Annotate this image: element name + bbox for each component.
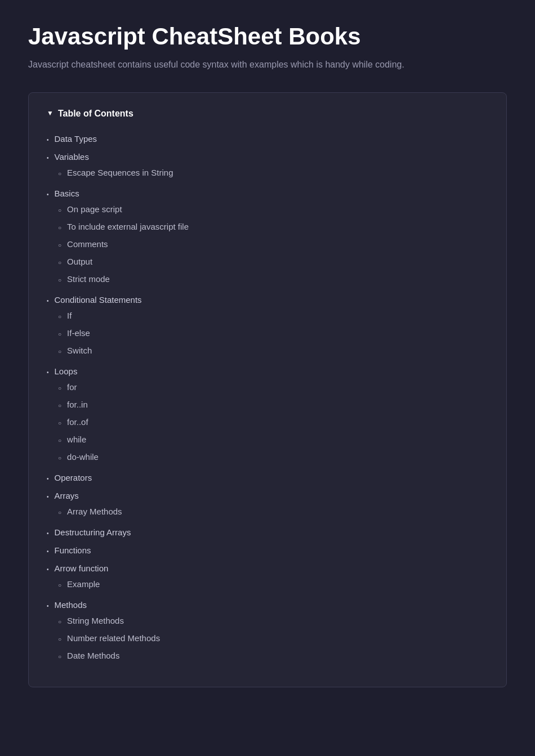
- toc-sub-item-label: If-else: [67, 326, 90, 340]
- bullet-open-icon: ○: [58, 330, 61, 339]
- page-description: Javascript cheatsheet contains useful co…: [28, 57, 422, 72]
- bullet-filled-icon: •: [47, 136, 49, 145]
- toc-main-item[interactable]: •Functions: [47, 543, 488, 558]
- toc-sub-item[interactable]: ○for: [47, 379, 488, 395]
- toc-item-label: Operators: [55, 471, 92, 485]
- toc-sub-item-label: Output: [67, 255, 92, 269]
- bullet-open-icon: ○: [58, 419, 61, 428]
- toc-sub-item-label: Switch: [67, 344, 92, 357]
- toc-main-item[interactable]: •Arrow function○Example: [47, 561, 488, 595]
- bullet-open-icon: ○: [58, 258, 61, 267]
- toc-sub-item[interactable]: ○do-while: [47, 449, 488, 465]
- table-of-contents: ▼ Table of Contents •Data Types•Variable…: [28, 92, 507, 687]
- toc-sub-item-label: Array Methods: [67, 505, 122, 518]
- toc-sub-item-label: Strict mode: [67, 272, 110, 286]
- toc-main-item[interactable]: •Destructuring Arrays: [47, 525, 488, 540]
- toc-item-label: Destructuring Arrays: [55, 526, 131, 539]
- toc-sub-item[interactable]: ○Array Methods: [47, 504, 488, 520]
- toc-list: •Data Types•Variables○Escape Sequences i…: [47, 131, 488, 666]
- toc-main-item[interactable]: •Arrays○Array Methods: [47, 488, 488, 522]
- bullet-filled-icon: •: [47, 154, 49, 163]
- bullet-open-icon: ○: [58, 581, 61, 590]
- toc-item-label: Functions: [55, 544, 91, 557]
- toc-item-label: Variables: [55, 150, 89, 164]
- bullet-open-icon: ○: [58, 223, 61, 232]
- toc-sub-list: ○On page script○To include external java…: [47, 202, 488, 289]
- toc-item-label: Basics: [55, 187, 79, 200]
- bullet-open-icon: ○: [58, 401, 61, 410]
- toc-sub-item[interactable]: ○Strict mode: [47, 271, 488, 287]
- toc-item-label: Methods: [55, 598, 87, 612]
- toc-sub-item-label: On page script: [67, 203, 122, 216]
- toc-sub-item[interactable]: ○If: [47, 308, 488, 324]
- toc-toggle-icon: ▼: [47, 108, 54, 119]
- toc-sub-item-label: To include external javascript file: [67, 220, 189, 234]
- toc-main-item[interactable]: •Variables○Escape Sequences in String: [47, 149, 488, 184]
- bullet-filled-icon: •: [47, 368, 49, 377]
- toc-main-item[interactable]: •Methods○String Methods○Number related M…: [47, 597, 488, 666]
- toc-sub-list: ○Escape Sequences in String: [47, 165, 488, 182]
- bullet-open-icon: ○: [58, 241, 61, 250]
- toc-sub-item[interactable]: ○On page script: [47, 202, 488, 217]
- toc-item-label: Conditional Statements: [55, 293, 142, 307]
- toc-sub-item[interactable]: ○for..of: [47, 414, 488, 430]
- toc-sub-item[interactable]: ○Comments: [47, 236, 488, 252]
- toc-item-label: Data Types: [55, 132, 97, 146]
- toc-sub-list: ○Example: [47, 576, 488, 594]
- toc-sub-item-label: Example: [67, 578, 100, 591]
- bullet-open-icon: ○: [58, 169, 61, 178]
- toc-main-item[interactable]: •Conditional Statements○If○If-else○Switc…: [47, 292, 488, 361]
- bullet-open-icon: ○: [58, 618, 61, 627]
- toc-sub-item-label: while: [67, 433, 86, 446]
- bullet-open-icon: ○: [58, 635, 61, 644]
- toc-sub-item-label: If: [67, 309, 72, 323]
- bullet-filled-icon: •: [47, 565, 49, 574]
- bullet-open-icon: ○: [58, 436, 61, 445]
- toc-sub-item[interactable]: ○To include external javascript file: [47, 219, 488, 235]
- toc-sub-item-label: for: [67, 381, 77, 394]
- bullet-open-icon: ○: [58, 384, 61, 393]
- bullet-open-icon: ○: [58, 652, 61, 661]
- bullet-open-icon: ○: [58, 312, 61, 321]
- bullet-filled-icon: •: [47, 493, 49, 502]
- bullet-filled-icon: •: [47, 602, 49, 611]
- toc-sub-item-label: Date Methods: [67, 649, 119, 663]
- toc-header[interactable]: ▼ Table of Contents: [47, 106, 488, 121]
- toc-sub-item[interactable]: ○for..in: [47, 397, 488, 413]
- toc-main-item[interactable]: •Basics○On page script○To include extern…: [47, 186, 488, 290]
- toc-sub-item[interactable]: ○Escape Sequences in String: [47, 165, 488, 181]
- toc-sub-item-label: Number related Methods: [67, 632, 160, 645]
- toc-sub-item[interactable]: ○String Methods: [47, 613, 488, 629]
- toc-sub-item-label: String Methods: [67, 614, 124, 628]
- bullet-filled-icon: •: [47, 529, 49, 538]
- toc-sub-item[interactable]: ○Example: [47, 576, 488, 592]
- bullet-open-icon: ○: [58, 276, 61, 285]
- toc-main-item[interactable]: •Operators: [47, 470, 488, 486]
- toc-item-label: Loops: [55, 365, 78, 378]
- toc-sub-list: ○If○If-else○Switch: [47, 308, 488, 360]
- toc-sub-item[interactable]: ○Number related Methods: [47, 630, 488, 646]
- toc-header-label: Table of Contents: [58, 106, 133, 121]
- bullet-open-icon: ○: [58, 206, 61, 215]
- toc-sub-item[interactable]: ○Switch: [47, 343, 488, 359]
- toc-main-item[interactable]: •Loops○for○for..in○for..of○while○do-whil…: [47, 364, 488, 468]
- toc-sub-list: ○String Methods○Number related Methods○D…: [47, 613, 488, 665]
- toc-sub-item-label: Escape Sequences in String: [67, 166, 173, 180]
- toc-sub-item-label: Comments: [67, 238, 108, 251]
- toc-sub-item[interactable]: ○while: [47, 432, 488, 448]
- toc-sub-item-label: for..of: [67, 415, 88, 429]
- bullet-open-icon: ○: [58, 454, 61, 463]
- page-title: Javascript CheatSheet Books: [28, 23, 507, 51]
- toc-main-item[interactable]: •Data Types: [47, 131, 488, 147]
- toc-item-label: Arrays: [55, 489, 79, 503]
- bullet-open-icon: ○: [58, 508, 61, 517]
- bullet-filled-icon: •: [47, 547, 49, 556]
- bullet-filled-icon: •: [47, 297, 49, 306]
- toc-sub-item[interactable]: ○Output: [47, 254, 488, 270]
- bullet-open-icon: ○: [58, 347, 61, 356]
- toc-sub-list: ○Array Methods: [47, 504, 488, 521]
- toc-sub-item[interactable]: ○Date Methods: [47, 648, 488, 664]
- toc-sub-item[interactable]: ○If-else: [47, 325, 488, 341]
- toc-item-label: Arrow function: [55, 562, 109, 575]
- bullet-filled-icon: •: [47, 190, 49, 199]
